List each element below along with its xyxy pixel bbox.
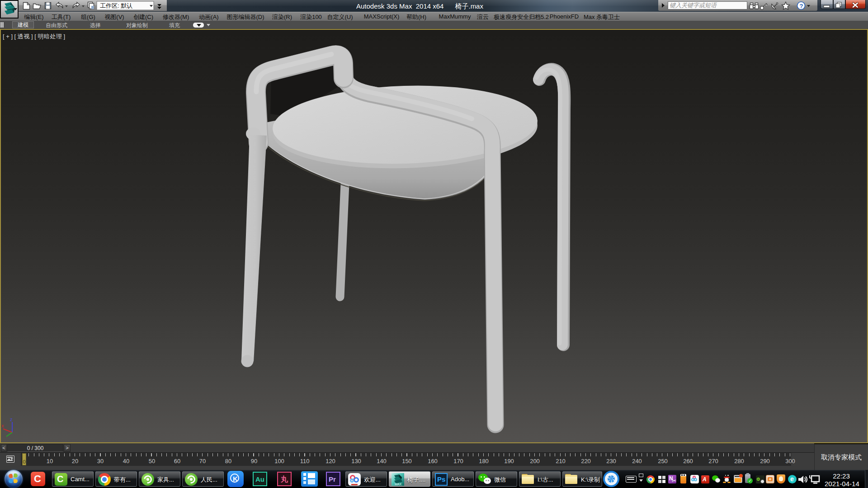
- svg-text:MAX: MAX: [395, 483, 402, 486]
- svg-text:x: x: [1, 423, 4, 428]
- svg-text:z: z: [10, 417, 13, 422]
